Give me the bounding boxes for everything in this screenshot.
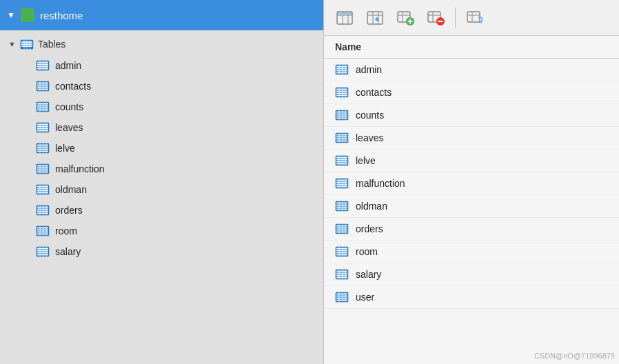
right-item-label: malfunction — [356, 178, 405, 189]
table-icon — [335, 63, 349, 77]
left-panel: ▼ resthome ▼ Tables — [0, 0, 324, 364]
svg-rect-149 — [336, 163, 347, 165]
svg-rect-140 — [336, 139, 347, 140]
col-header-name: Name — [335, 41, 361, 52]
right-items-container: admin contacts counts — [324, 59, 619, 309]
svg-rect-59 — [37, 192, 48, 194]
toolbar-btn-remove[interactable] — [422, 6, 449, 30]
tree-item[interactable]: malfunction — [0, 159, 323, 179]
svg-rect-187 — [336, 273, 347, 274]
tree-item[interactable]: admin — [0, 55, 323, 76]
db-title: resthome — [40, 10, 83, 21]
right-table-row[interactable]: salary — [324, 263, 619, 286]
svg-rect-163 — [336, 205, 347, 206]
right-table-row[interactable]: orders — [324, 218, 619, 241]
tree-item[interactable]: room — [0, 221, 323, 241]
tree-item[interactable]: salary — [0, 241, 323, 262]
svg-rect-43 — [37, 151, 48, 152]
tree-item[interactable]: counts — [0, 97, 323, 117]
right-table-row[interactable]: admin — [324, 59, 619, 81]
tree-item-label: lelve — [55, 143, 75, 154]
right-table-row[interactable]: room — [324, 241, 619, 263]
svg-rect-155 — [336, 182, 347, 183]
table-icon — [335, 222, 349, 236]
refresh-table-icon — [465, 8, 485, 28]
svg-rect-26 — [37, 108, 48, 109]
svg-rect-92 — [343, 12, 347, 14]
table-icon — [36, 245, 50, 259]
tables-folder-icon — [20, 37, 34, 51]
svg-rect-17 — [37, 85, 48, 86]
tree-item-label: leaves — [55, 122, 83, 133]
right-table-row[interactable]: malfunction — [324, 172, 619, 195]
right-table-row[interactable]: leaves — [324, 127, 619, 150]
tree-item[interactable]: leaves — [0, 117, 323, 138]
table-icon — [36, 100, 50, 114]
svg-rect-80 — [37, 248, 48, 250]
right-table-row[interactable]: contacts — [324, 81, 619, 104]
toolbar-btn-edit[interactable] — [361, 6, 389, 30]
svg-rect-75 — [37, 234, 48, 235]
tree-item[interactable]: orders — [0, 200, 323, 221]
svg-rect-181 — [336, 254, 347, 256]
toolbar-btn-view[interactable] — [331, 6, 358, 30]
tables-row[interactable]: ▼ Tables — [0, 33, 323, 55]
tree-item[interactable]: lelve — [0, 138, 323, 159]
svg-rect-116 — [336, 70, 347, 72]
right-table-row[interactable]: lelve — [324, 150, 619, 172]
table-icon — [36, 162, 50, 176]
svg-rect-188 — [336, 275, 347, 276]
svg-rect-139 — [336, 136, 347, 138]
svg-rect-195 — [336, 296, 347, 297]
left-items-container: admin contacts counts — [0, 55, 323, 262]
right-table-row[interactable]: counts — [324, 104, 619, 127]
tree-item[interactable]: contacts — [0, 76, 323, 97]
svg-rect-50 — [37, 170, 48, 171]
svg-rect-73 — [37, 230, 48, 231]
svg-rect-19 — [37, 89, 48, 90]
right-table-row[interactable]: user — [324, 286, 619, 309]
svg-rect-35 — [37, 130, 48, 132]
svg-rect-27 — [37, 110, 48, 111]
table-icon — [36, 203, 50, 217]
svg-rect-34 — [37, 128, 48, 130]
col-header: Name — [324, 36, 619, 59]
tree-item[interactable]: oldman — [0, 179, 323, 200]
toolbar-btn-refresh[interactable] — [461, 6, 489, 30]
svg-rect-66 — [37, 211, 48, 212]
svg-rect-133 — [336, 118, 347, 119]
tables-label: Tables — [38, 39, 65, 50]
table-icon — [36, 141, 50, 155]
remove-table-icon — [426, 8, 445, 28]
svg-rect-48 — [37, 165, 48, 167]
svg-rect-25 — [37, 105, 48, 107]
tree-item-label: oldman — [55, 184, 87, 195]
svg-rect-18 — [37, 87, 48, 88]
svg-rect-154 — [336, 180, 347, 181]
tree-item-label: malfunction — [55, 163, 105, 174]
svg-rect-8 — [37, 62, 48, 63]
right-table-row[interactable]: oldman — [324, 195, 619, 218]
svg-rect-57 — [37, 188, 48, 190]
db-header[interactable]: ▼ resthome — [0, 0, 323, 30]
svg-rect-123 — [336, 91, 347, 92]
toolbar-btn-add[interactable] — [392, 6, 419, 30]
tree-item-label: counts — [55, 101, 83, 112]
right-item-label: counts — [356, 110, 384, 121]
svg-rect-157 — [336, 186, 347, 188]
right-item-label: salary — [356, 269, 381, 280]
right-item-label: contacts — [356, 87, 392, 98]
svg-rect-146 — [336, 157, 347, 159]
svg-rect-81 — [37, 250, 48, 252]
table-icon — [36, 59, 50, 72]
svg-rect-109 — [467, 12, 480, 22]
table-icon — [335, 245, 349, 259]
svg-rect-10 — [37, 66, 48, 68]
svg-rect-130 — [336, 112, 347, 113]
svg-rect-189 — [336, 277, 347, 279]
svg-rect-147 — [336, 159, 347, 161]
tree-item-label: contacts — [55, 81, 91, 92]
edit-table-icon — [365, 8, 385, 28]
tree-item-label: orders — [55, 205, 83, 216]
table-icon — [335, 85, 349, 99]
